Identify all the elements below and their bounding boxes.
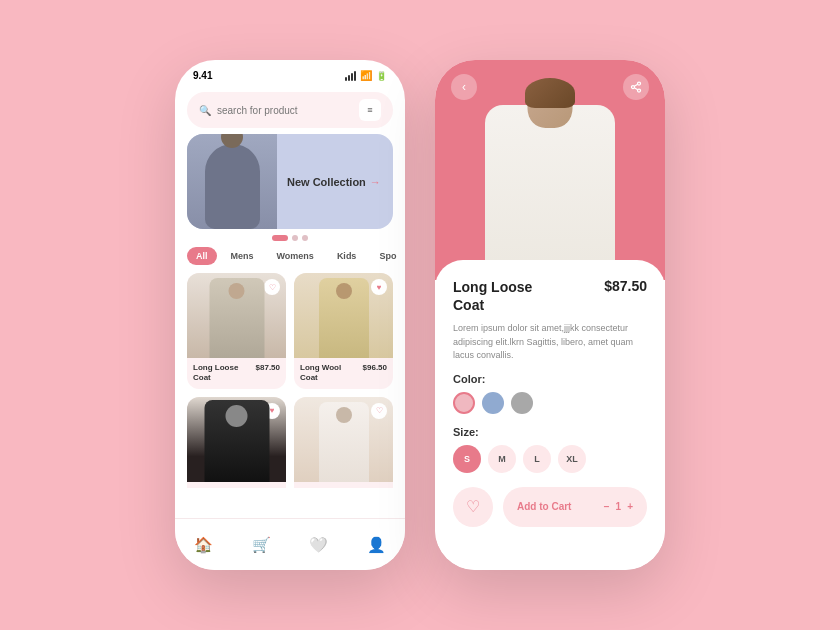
- nav-cart[interactable]: 🛒: [252, 536, 271, 554]
- nav-wishlist[interactable]: 🤍: [309, 536, 328, 554]
- product-price-4: $58.00: [363, 487, 387, 488]
- wishlist-button[interactable]: ♡: [453, 487, 493, 527]
- model-silhouette: [205, 144, 260, 229]
- category-tabs: All Mens Womens Kids Spo: [175, 247, 405, 265]
- status-bar: 9.41 📶 🔋: [175, 60, 405, 86]
- product-price-3: $72.00: [256, 487, 280, 488]
- category-sports[interactable]: Spo: [370, 247, 405, 265]
- svg-point-1: [632, 86, 635, 89]
- svg-point-0: [638, 82, 641, 85]
- size-s[interactable]: S: [453, 445, 481, 473]
- product-card-3[interactable]: ♥ Dark HatCoat $72.00: [187, 397, 286, 488]
- product-detail-panel: Long LooseCoat $87.50 Lorem ipsum dolor …: [435, 260, 665, 570]
- product-price-2: $96.50: [363, 363, 387, 372]
- product-name-2: Long WoolCoat: [300, 363, 341, 384]
- size-options: S M L XL: [453, 445, 647, 473]
- size-m[interactable]: M: [488, 445, 516, 473]
- product-info-3: Dark HatCoat $72.00: [187, 482, 286, 488]
- filter-button[interactable]: ≡: [359, 99, 381, 121]
- quantity-value: 1: [616, 501, 622, 512]
- svg-line-3: [634, 88, 637, 90]
- home-icon: 🏠: [194, 536, 213, 554]
- category-kids[interactable]: Kids: [328, 247, 366, 265]
- size-label: Size:: [453, 426, 647, 438]
- battery-icon: 🔋: [376, 71, 387, 81]
- signal-icon: [345, 71, 356, 81]
- product-grid: ♡ Long LooseCoat $87.50 ♥: [175, 273, 405, 488]
- add-to-cart-button[interactable]: Add to Cart − 1 +: [503, 487, 647, 527]
- category-all[interactable]: All: [187, 247, 217, 265]
- product-name-1: Long LooseCoat: [193, 363, 238, 384]
- product-image-1: ♡: [187, 273, 286, 358]
- status-icons: 📶 🔋: [345, 70, 387, 81]
- product-image-2: ♥: [294, 273, 393, 358]
- search-icon: 🔍: [199, 105, 211, 116]
- wishlist-button-1[interactable]: ♡: [264, 279, 280, 295]
- product-info-2: Long WoolCoat $96.50: [294, 358, 393, 389]
- search-input[interactable]: [217, 105, 353, 116]
- color-gray[interactable]: [511, 392, 533, 414]
- category-womens[interactable]: Womens: [268, 247, 323, 265]
- back-button[interactable]: ‹: [451, 74, 477, 100]
- right-phone: ‹ Long LooseCoat $8: [435, 60, 665, 570]
- banner-model-image: [187, 134, 277, 229]
- detail-product-price: $87.50: [604, 278, 647, 294]
- wishlist-button-2[interactable]: ♥: [371, 279, 387, 295]
- detail-nav: ‹: [435, 60, 665, 100]
- minus-icon[interactable]: −: [604, 501, 610, 512]
- bottom-nav: 🏠 🛒 🤍 👤: [175, 518, 405, 570]
- product-hero-image: ‹: [435, 60, 665, 280]
- product-image-4: ♡: [294, 397, 393, 482]
- plus-icon[interactable]: +: [627, 501, 633, 512]
- product-description: Lorem ipsum dolor sit amet,jjjkk consect…: [453, 322, 647, 363]
- banner-arrow: →: [370, 176, 381, 188]
- share-button[interactable]: [623, 74, 649, 100]
- product-info-1: Long LooseCoat $87.50: [187, 358, 286, 389]
- cart-row: ♡ Add to Cart − 1 +: [453, 487, 647, 527]
- product-name-4: White FloralDress: [300, 487, 346, 488]
- svg-line-4: [634, 84, 637, 86]
- profile-icon: 👤: [367, 536, 386, 554]
- product-card-2[interactable]: ♥ Long WoolCoat $96.50: [294, 273, 393, 389]
- color-options: [453, 392, 647, 414]
- banner-text: New Collection →: [287, 176, 381, 188]
- nav-home[interactable]: 🏠: [194, 536, 213, 554]
- size-xl[interactable]: XL: [558, 445, 586, 473]
- left-phone: 9.41 📶 🔋 🔍 ≡ New Collection →: [175, 60, 405, 570]
- wishlist-button-4[interactable]: ♡: [371, 403, 387, 419]
- detail-product-name: Long LooseCoat: [453, 278, 532, 314]
- wifi-icon: 📶: [360, 70, 372, 81]
- color-label: Color:: [453, 373, 647, 385]
- add-cart-label: Add to Cart: [517, 501, 571, 512]
- quantity-control: − 1 +: [604, 501, 633, 512]
- product-image-3: ♥: [187, 397, 286, 482]
- svg-point-2: [638, 89, 641, 92]
- cart-icon: 🛒: [252, 536, 271, 554]
- product-card-4[interactable]: ♡ White FloralDress $58.00: [294, 397, 393, 488]
- heart-nav-icon: 🤍: [309, 536, 328, 554]
- dot-2[interactable]: [292, 235, 298, 241]
- banner-line1: New Collection: [287, 176, 366, 188]
- size-l[interactable]: L: [523, 445, 551, 473]
- color-pink[interactable]: [453, 392, 475, 414]
- search-bar[interactable]: 🔍 ≡: [187, 92, 393, 128]
- banner[interactable]: New Collection →: [187, 134, 393, 229]
- product-name-3: Dark HatCoat: [193, 487, 226, 488]
- dot-3[interactable]: [302, 235, 308, 241]
- hero-model: [470, 80, 630, 280]
- product-info-4: White FloralDress $58.00: [294, 482, 393, 488]
- color-blue[interactable]: [482, 392, 504, 414]
- dot-1[interactable]: [272, 235, 288, 241]
- time: 9.41: [193, 70, 212, 81]
- category-mens[interactable]: Mens: [222, 247, 263, 265]
- product-price-1: $87.50: [256, 363, 280, 372]
- product-card-1[interactable]: ♡ Long LooseCoat $87.50: [187, 273, 286, 389]
- carousel-dots: [175, 235, 405, 241]
- nav-profile[interactable]: 👤: [367, 536, 386, 554]
- detail-header: Long LooseCoat $87.50: [453, 278, 647, 314]
